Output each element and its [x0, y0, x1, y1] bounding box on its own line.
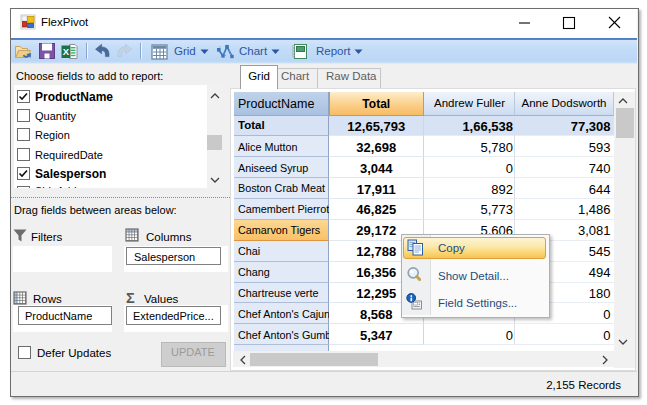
svg-text:X: X: [63, 46, 70, 57]
